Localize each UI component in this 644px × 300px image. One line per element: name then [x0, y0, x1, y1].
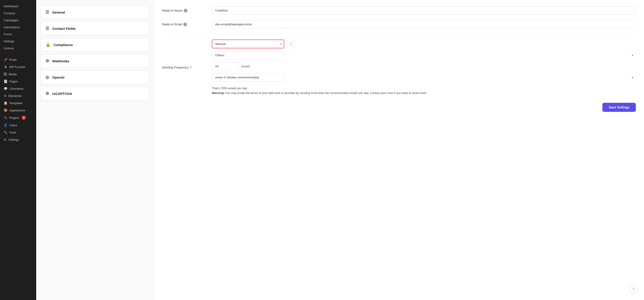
menu-card-openai[interactable]: ◎ OpenAI [41, 70, 149, 84]
interval-select-wrapper: every 5 minutes (recommended) every 10 m… [212, 73, 636, 82]
sending-frequency-select[interactable]: Manual Automatic Scheduled [212, 39, 284, 48]
sidebar-item-dashboard[interactable]: Dashboard [0, 3, 36, 10]
media-icon: 🖼 [4, 72, 7, 76]
pages-icon: 📄 [4, 80, 8, 83]
recaptcha-icon: ⚙ [46, 91, 49, 96]
warning-text: Warning! You may break the terms of your… [212, 91, 636, 96]
sidebar-item-appearance[interactable]: 🎨 Appearance [0, 107, 36, 114]
plugins-icon: 🔌 [4, 116, 8, 120]
sidebar-item-forms[interactable]: Forms [0, 31, 36, 38]
info-box: That's 7200 emails per day Warning! You … [212, 86, 636, 96]
sending-frequency-row: Sending Frequency ? Manual Automatic Sch… [162, 39, 636, 96]
sidebar-item-wp-funnels[interactable]: ⚡ WP Funnels [0, 63, 36, 70]
menu-card-recaptcha[interactable]: ⚙ reCAPTCHA [41, 87, 149, 100]
sidebar-item-settings[interactable]: Settings [0, 38, 36, 45]
sending-frequency-select-wrapper: Manual Automatic Scheduled ▾ [212, 39, 284, 48]
menu-card-contact-fields[interactable]: ☰ Contact Fields [41, 22, 149, 35]
general-icon: ☰ [46, 10, 49, 15]
comments-icon: 💬 [4, 87, 8, 90]
openai-icon: ◎ [46, 75, 49, 80]
users-icon: 👤 [4, 123, 8, 127]
posts-icon: 📌 [4, 58, 8, 61]
others-select-wrapper: Others Amazon SES SendGrid Mailgun ▾ [212, 51, 636, 59]
reply-to-email-input[interactable] [212, 20, 636, 28]
sending-frequency-controls: Manual Automatic Scheduled ▾ 📄 Others Am… [212, 39, 636, 96]
menu-card-compliance[interactable]: 🔒 Compliance [41, 38, 149, 51]
reply-to-name-input[interactable] [212, 6, 636, 15]
others-select[interactable]: Others Amazon SES SendGrid Mailgun [212, 51, 284, 59]
save-row: Save Settings [162, 103, 636, 112]
menu-card-general[interactable]: ☰ General [41, 5, 149, 19]
plugins-badge: 3 [22, 116, 26, 120]
compliance-icon: 🔒 [46, 42, 50, 47]
reply-to-email-row: Reply-to Email ? [162, 20, 636, 28]
webhooks-icon: ⚙ [46, 58, 49, 63]
emails-unit-label: emails [241, 65, 250, 68]
main-content: ☰ General ☰ Contact Fields 🔒 Compliance … [36, 0, 644, 300]
interval-chevron-icon: ▾ [632, 76, 633, 79]
appearance-icon: 🎨 [4, 108, 8, 112]
sidebar-item-licence[interactable]: Licence [0, 45, 36, 52]
sidebar-item-templates[interactable]: 📋 Templates [0, 99, 36, 107]
reply-to-email-help-icon[interactable]: ? [183, 23, 187, 26]
email-count-input[interactable] [212, 62, 239, 70]
reply-to-name-row: Reply-to Name ? [162, 6, 636, 15]
help-circle-button[interactable]: ? [630, 286, 638, 294]
sidebar-item-contacts[interactable]: Contacts [0, 10, 36, 17]
templates-icon: 📋 [4, 101, 8, 105]
sidebar-item-automations[interactable]: Automations [0, 24, 36, 31]
tools-icon: 🔧 [4, 131, 8, 134]
warning-label: Warning! [212, 91, 224, 95]
sidebar-item-tools[interactable]: 🔧 Tools [0, 129, 36, 136]
reply-to-email-label: Reply-to Email ? [162, 23, 207, 26]
sidebar: Dashboard Contacts Campaigns Automations… [0, 0, 36, 300]
sidebar-item-plugins[interactable]: 🔌 Plugins 3 [0, 114, 36, 122]
save-settings-button[interactable]: Save Settings [602, 103, 636, 112]
info-text: That's 7200 emails per day [212, 86, 636, 91]
sidebar-item-pages[interactable]: 📄 Pages [0, 78, 36, 85]
sidebar-item-comments[interactable]: 💬 Comments [0, 85, 36, 92]
menu-card-webhooks[interactable]: ⚙ Webhooks [41, 54, 149, 68]
reply-to-name-label: Reply-to Name ? [162, 9, 207, 12]
doc-icon[interactable]: 📄 [287, 40, 295, 48]
sending-frequency-help-icon[interactable]: ? [190, 66, 192, 69]
email-count-row: emails [212, 62, 636, 70]
settings-form-panel: Reply-to Name ? Reply-to Email ? Sending… [154, 0, 644, 300]
sidebar-item-posts[interactable]: 📌 Posts [0, 56, 36, 63]
wp-funnels-icon: ⚡ [4, 65, 8, 69]
settings-menu-panel: ☰ General ☰ Contact Fields 🔒 Compliance … [36, 0, 154, 300]
sidebar-item-users[interactable]: 👤 Users [0, 122, 36, 129]
sidebar-item-campaigns[interactable]: Campaigns [0, 17, 36, 24]
sending-frequency-label: Sending Frequency ? [162, 66, 207, 69]
contact-fields-icon: ☰ [46, 26, 49, 31]
sidebar-item-media[interactable]: 🖼 Media [0, 70, 36, 78]
others-chevron-icon: ▾ [632, 54, 633, 57]
settings-wp-icon: ⚙ [4, 138, 6, 142]
interval-select[interactable]: every 5 minutes (recommended) every 10 m… [212, 73, 284, 82]
sidebar-item-elementor[interactable]: ⚙ Elementor [0, 92, 36, 99]
sidebar-item-settings-wp[interactable]: ⚙ Settings [0, 136, 36, 143]
reply-to-name-help-icon[interactable]: ? [184, 9, 187, 12]
elementor-icon: ⚙ [4, 94, 6, 98]
